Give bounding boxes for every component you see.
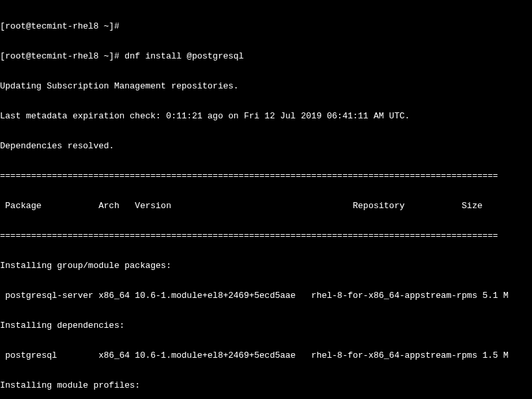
divider-top: ========================================… [0,171,532,181]
section-group-packages: Installing group/module packages: [0,261,532,271]
prompt-line-empty: [root@tecmint-rhel8 ~]# [0,21,532,31]
command-line: [root@tecmint-rhel8 ~]# dnf install @pos… [0,51,532,61]
status-deps-resolved: Dependencies resolved. [0,141,532,151]
divider-header: ========================================… [0,231,532,241]
table-header: Package Arch Version Repository Size [0,201,532,211]
table-row: postgresql x86_64 10.6-1.module+el8+2469… [0,350,532,360]
status-updating-repos: Updating Subscription Management reposit… [0,81,532,91]
terminal-window[interactable]: [root@tecmint-rhel8 ~]# [root@tecmint-rh… [0,0,532,399]
section-dependencies: Installing dependencies: [0,321,532,331]
section-module-profiles: Installing module profiles: [0,380,532,390]
table-row: postgresql-server x86_64 10.6-1.module+e… [0,291,532,301]
status-metadata-check: Last metadata expiration check: 0:11:21 … [0,111,532,121]
